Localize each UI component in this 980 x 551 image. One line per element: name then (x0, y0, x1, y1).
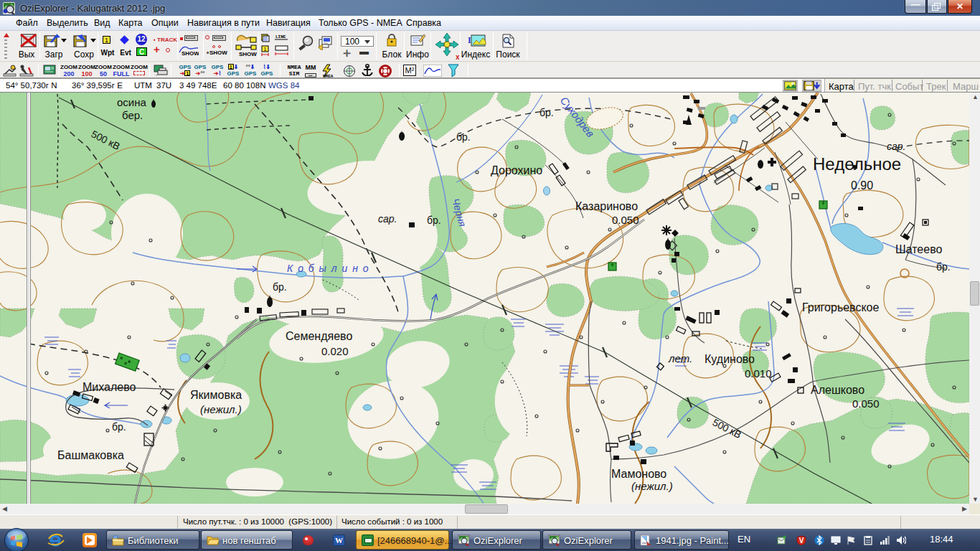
svg-text:NMEA: NMEA (323, 74, 334, 78)
svg-text:бр.: бр. (273, 281, 287, 293)
svg-text:LINE: LINE (275, 34, 286, 39)
svg-text:сар.: сар. (887, 141, 905, 152)
svg-text:0.050: 0.050 (852, 397, 880, 410)
svg-text:(нежил.): (нежил.) (631, 480, 673, 492)
svg-text:0.010: 0.010 (745, 367, 772, 380)
svg-text:лет.: лет. (668, 352, 692, 364)
svg-text:0.90: 0.90 (851, 179, 873, 192)
svg-text:бр.: бр. (456, 131, 471, 143)
svg-text:Дорохино: Дорохино (491, 164, 542, 176)
svg-text:К о б ы л и н о: К о б ы л и н о (287, 263, 369, 274)
svg-text:SHOW: SHOW (182, 50, 199, 57)
svg-text:Башмаковка: Башмаковка (57, 449, 124, 461)
svg-text:бр.: бр. (427, 215, 441, 226)
svg-text:0.020: 0.020 (321, 345, 349, 357)
svg-text:(нежил.): (нежил.) (200, 403, 242, 415)
svg-text:Якимовка: Якимовка (190, 389, 242, 401)
svg-text:Григорьевское: Григорьевское (802, 301, 880, 314)
svg-text:Кудиново: Кудиново (705, 353, 755, 365)
svg-text:→: → (154, 72, 159, 77)
svg-text:Недельное: Недельное (813, 154, 901, 174)
svg-text:Казариново: Казариново (575, 200, 638, 212)
svg-text:сар.: сар. (378, 213, 397, 225)
svg-text:Шатеево: Шатеево (895, 243, 942, 255)
svg-text:SHOW: SHOW (239, 51, 257, 57)
svg-text:0.050: 0.050 (612, 214, 639, 226)
svg-text:Мамоново: Мамоново (611, 468, 666, 480)
svg-text:V: V (799, 537, 804, 545)
svg-text:бр.: бр. (936, 261, 951, 273)
svg-text:бр.: бр. (112, 421, 126, 433)
svg-text:Михалево: Михалево (83, 381, 136, 393)
svg-text:Семендяево: Семендяево (286, 330, 352, 342)
svg-text:I: I (468, 35, 471, 45)
svg-text:Алешково: Алешково (811, 384, 864, 396)
svg-text:1: 1 (264, 47, 267, 52)
svg-text:осина: осина (117, 96, 147, 108)
svg-text:бр.: бр. (540, 107, 554, 118)
svg-text:бер.: бер. (122, 109, 143, 121)
